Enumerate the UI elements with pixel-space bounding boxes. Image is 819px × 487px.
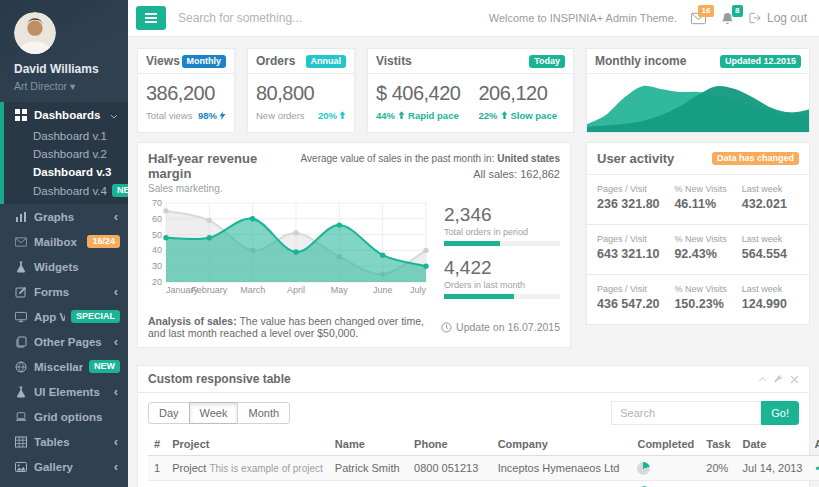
- col-company: Company: [492, 433, 632, 456]
- sidebar-item-dashboards[interactable]: Dashboards: [4, 102, 128, 127]
- visits-first-value: $ 406,420: [376, 82, 460, 105]
- new-visits-label: % New Visits: [674, 184, 741, 194]
- table-row[interactable]: 1 Project This is example of project Pat…: [148, 456, 819, 481]
- svg-text:30: 30: [152, 261, 162, 271]
- col-phone: Phone: [408, 433, 492, 456]
- wrench-icon[interactable]: [774, 375, 783, 384]
- chevron-left-icon: ‹: [114, 288, 120, 296]
- cell-project: Alpha project: [166, 480, 329, 487]
- cell-action[interactable]: ✔: [808, 456, 819, 481]
- sidebar-toggle-button[interactable]: [136, 6, 166, 30]
- collapse-icon[interactable]: [758, 375, 767, 384]
- sidebar-item-dashboard-v2[interactable]: Dashboard v.2: [4, 145, 128, 163]
- pages-visit-label: Pages / Visit: [597, 234, 674, 244]
- sidebar-item-label: UI Elements: [34, 386, 108, 398]
- sidebar-item-label: Forms: [34, 286, 108, 298]
- chevron-left-icon: ‹: [114, 213, 120, 221]
- views-delta: 98%: [198, 110, 217, 121]
- sidebar-item-ui-elements[interactable]: UI Elements ‹: [0, 379, 128, 404]
- sidebar-item-graphs[interactable]: Graphs ‹: [0, 204, 128, 229]
- sidebar-item-forms[interactable]: Forms ‹: [0, 279, 128, 304]
- sidebar: David Williams Art Director ▾ Dashboards…: [0, 0, 128, 487]
- cell-phone: 0500 780909: [408, 480, 492, 487]
- cell-completed: [631, 480, 700, 487]
- monthly-income-sparkline: [587, 76, 809, 132]
- cell-action[interactable]: ✔: [808, 480, 819, 487]
- col-action: Action: [808, 433, 819, 456]
- sidebar-item-miscellaneous[interactable]: Miscellaneous NEW: [0, 354, 128, 379]
- pages-visit-label: Pages / Visit: [597, 184, 674, 194]
- col-name: Name: [329, 433, 408, 456]
- sidebar-item-grid-options[interactable]: Grid options: [0, 404, 128, 429]
- visits-second-stat: 206,120 22%Slow pace: [478, 82, 556, 121]
- search-input[interactable]: [178, 11, 477, 25]
- sub-item-label: Dashboard v.3: [33, 166, 111, 178]
- desktop-icon: [15, 310, 28, 323]
- new-badge: NEW: [112, 184, 128, 197]
- revenue-line-chart: 203040506070JanuaryFebruaryMarchAprilMay…: [148, 198, 432, 296]
- th-large-icon: [15, 108, 28, 121]
- app-root: David Williams Art Director ▾ Dashboards…: [0, 0, 819, 487]
- sidebar-nav: Dashboards Dashboard v.1 Dashboard v.2 D…: [0, 102, 128, 479]
- cell-phone: 0800 051213: [408, 456, 492, 481]
- new-badge: NEW: [89, 360, 120, 373]
- annual-badge: Annual: [306, 55, 347, 68]
- day-button[interactable]: Day: [148, 402, 190, 424]
- sidebar-item-app-views[interactable]: App Views SPECIAL: [0, 304, 128, 329]
- sidebar-item-label: Grid options: [34, 411, 120, 423]
- sidebar-item-label: Dashboards: [34, 109, 104, 121]
- close-icon[interactable]: [790, 375, 799, 384]
- files-icon: [15, 335, 28, 348]
- sub-item-label: Dashboard v.4: [33, 185, 107, 197]
- image-icon: [15, 460, 28, 473]
- month-button[interactable]: Month: [237, 402, 290, 424]
- sidebar-item-label: Tables: [34, 436, 108, 448]
- cell-num: 2: [148, 480, 166, 487]
- orders-period-label: Total orders in period: [444, 227, 560, 237]
- flask-icon: [15, 385, 28, 398]
- views-value: 386,200: [146, 82, 226, 105]
- panel-tools: [758, 375, 799, 384]
- flask-icon: [15, 260, 28, 273]
- svg-text:20: 20: [152, 277, 162, 287]
- notifications-button[interactable]: 8: [720, 12, 735, 25]
- visits-first-delta: 44%: [376, 110, 395, 121]
- messages-button[interactable]: 16: [691, 12, 706, 25]
- table-search-input[interactable]: [611, 401, 761, 425]
- sidebar-item-dashboard-v3[interactable]: Dashboard v.3: [4, 163, 128, 181]
- table-row[interactable]: 2 Alpha project Alice Jackson 0500 78090…: [148, 480, 819, 487]
- views-label: Total views: [146, 110, 192, 121]
- sidebar-item-mailbox[interactable]: Mailbox 16/24: [0, 229, 128, 254]
- projects-table: # Project Name Phone Company Completed T…: [148, 433, 819, 487]
- sidebar-item-label: Mailbox: [34, 236, 81, 248]
- avatar[interactable]: [14, 12, 56, 54]
- sidebar-item-tables[interactable]: Tables ‹: [0, 429, 128, 454]
- user-role-dropdown[interactable]: Art Director ▾: [14, 80, 118, 92]
- new-visits-value: 92.43%: [674, 247, 741, 261]
- orders-period-value: 2,346: [444, 204, 560, 226]
- col-date: Date: [737, 433, 809, 456]
- orders-delta: 20%: [318, 110, 337, 121]
- visits-title: Vistits: [376, 54, 412, 68]
- svg-text:February: February: [191, 285, 228, 295]
- sidebar-item-label: Graphs: [34, 211, 108, 223]
- sidebar-item-label: Widgets: [34, 261, 120, 273]
- sidebar-item-dashboard-v1[interactable]: Dashboard v.1: [4, 127, 128, 145]
- pages-visit-value: 643 321.10: [597, 247, 674, 261]
- week-button[interactable]: Week: [189, 402, 239, 424]
- data-changed-badge: Data has changed: [712, 152, 799, 165]
- visits-second-value: 206,120: [478, 82, 556, 105]
- revenue-panel: Half-year revenue margin Sales marketing…: [137, 142, 571, 348]
- revenue-side-stats: 2,346 Total orders in period 4,422 Order…: [444, 198, 560, 310]
- sidebar-item-widgets[interactable]: Widgets: [0, 254, 128, 279]
- user-name: David Williams: [14, 62, 118, 76]
- sidebar-item-gallery[interactable]: Gallery ‹: [0, 454, 128, 479]
- go-button[interactable]: Go!: [761, 401, 799, 425]
- last-week-label: Last week: [742, 184, 799, 194]
- col-num: #: [148, 433, 166, 456]
- logout-button[interactable]: Log out: [749, 11, 807, 25]
- sidebar-item-other-pages[interactable]: Other Pages ‹: [0, 329, 128, 354]
- sidebar-item-dashboard-v4[interactable]: Dashboard v.4NEW: [4, 181, 128, 200]
- level-up-icon: [501, 111, 508, 120]
- cell-completed: [631, 456, 700, 481]
